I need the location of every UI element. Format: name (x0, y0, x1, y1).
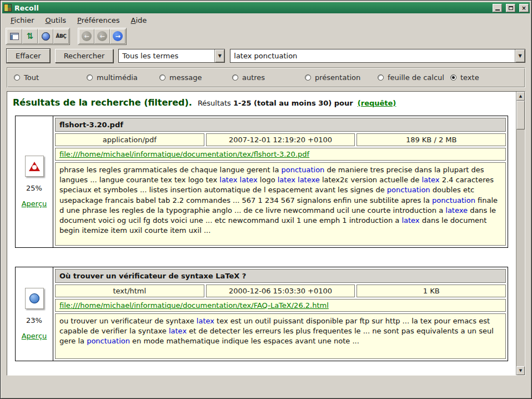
menu-preferences[interactable]: Préférences (72, 15, 124, 26)
results-header: Résultats de la recherche (filtered). Ré… (12, 94, 511, 109)
next-page-toolbutton[interactable]: → (110, 29, 126, 44)
results-summary: Résultats 1-25 (total au moins 30) pour … (198, 99, 396, 107)
result-details: Où trouver un vérificateur de syntaxe La… (53, 267, 508, 361)
relevance-percent: 23% (26, 316, 42, 325)
results-heading: Résultats de la recherche (filtered). (13, 97, 192, 108)
filter-label: multimédia (97, 73, 138, 82)
preview-link[interactable]: Aperçu (22, 332, 47, 340)
filter-tout[interactable]: Tout (14, 73, 87, 82)
pdf-document-icon (25, 156, 44, 177)
result-url-row: file:///home/michael/informatique/docume… (55, 299, 506, 312)
result-title: flshort-3.20.pdf (55, 118, 506, 132)
chevron-down-icon[interactable]: ▼ (214, 49, 224, 62)
result-snippet: ou trouver un verificateur de syntaxe la… (55, 313, 506, 359)
summary-prefix: Résultats (198, 99, 231, 107)
toolbar: ⇅ ÂBÇ ← ← → (2, 27, 530, 46)
close-icon: × (521, 5, 526, 11)
filter-label: autres (242, 73, 265, 82)
result-mime: application/pdf (55, 133, 204, 146)
filter-feuille-de-calcul[interactable]: feuille de calcul (378, 73, 450, 82)
recoll-window: Recoll × Fichier Outils Préférences Aide… (0, 0, 532, 399)
menu-outils[interactable]: Outils (41, 15, 72, 26)
clear-button[interactable]: Effacer (7, 49, 50, 63)
search-input[interactable] (230, 49, 515, 62)
chevron-down-icon[interactable]: ▼ (515, 49, 525, 62)
minimize-icon (495, 9, 500, 11)
filter-presentation[interactable]: présentation (305, 73, 378, 82)
filter-label: présentation (315, 73, 360, 82)
maximize-button[interactable] (506, 4, 515, 12)
result-size: 189 KB / 2 MB (357, 133, 506, 146)
scrollbar-track[interactable] (516, 129, 525, 366)
result-meta-row: application/pdf 2007-12-01 12:19:20 +010… (55, 133, 506, 146)
result-card: 25% Aperçu flshort-3.20.pdf application/… (15, 116, 508, 248)
result-size: 1 KB (357, 285, 506, 297)
scroll-up-button[interactable]: ▲ (516, 92, 525, 101)
radio-icon[interactable] (232, 74, 238, 81)
relevance-percent: 25% (26, 184, 42, 192)
prev-page-toolbutton[interactable]: ← (94, 29, 110, 44)
search-button[interactable]: Rechercher (55, 49, 114, 63)
filter-message[interactable]: message (159, 73, 232, 82)
erase-table-icon (10, 33, 19, 40)
scrollbar-thumb[interactable] (516, 101, 525, 129)
result-date: 2000-12-06 15:03:30 +0100 (206, 285, 355, 297)
result-date: 2007-12-01 12:19:20 +0100 (206, 133, 355, 146)
left-arrow-circle-icon: ← (82, 31, 92, 41)
result-url-row: file:///home/michael/informatique/docume… (55, 148, 506, 161)
category-filter-frame: Tout multimédia message autres présentat… (7, 67, 525, 88)
search-mode-select[interactable]: Tous les termes ▼ (118, 49, 225, 63)
down-arrow-icon: ▼ (519, 368, 522, 373)
recoll-app-icon (4, 4, 12, 12)
filter-autres[interactable]: autres (232, 73, 305, 82)
result-side-panel: 25% Aperçu (16, 116, 53, 247)
results-list: Résultats de la recherche (filtered). Ré… (7, 92, 516, 375)
radio-icon[interactable] (378, 74, 384, 81)
results-pane: Résultats de la recherche (filtered). Ré… (7, 91, 525, 376)
filter-multimedia[interactable]: multimédia (87, 73, 159, 82)
menubar: Fichier Outils Préférences Aide (2, 13, 530, 27)
query-link[interactable]: (requête) (358, 99, 397, 107)
result-title: Où trouver un vérificateur de syntaxe La… (55, 269, 506, 283)
search-toolbutton[interactable] (38, 29, 53, 44)
filter-label: Tout (24, 73, 39, 82)
update-index-toolbutton[interactable]: ⇅ (22, 29, 38, 44)
preview-link[interactable]: Aperçu (22, 200, 47, 208)
menu-fichier[interactable]: Fichier (6, 15, 39, 26)
result-details: flshort-3.20.pdf application/pdf 2007-12… (53, 116, 508, 247)
search-mode-value: Tous les termes (119, 52, 214, 60)
blue-globe-icon (42, 32, 50, 41)
result-url-link[interactable]: file:///home/michael/informatique/docume… (59, 150, 309, 158)
radio-selected-icon[interactable] (450, 74, 456, 81)
left-arrow-circle-icon: ← (97, 31, 107, 41)
radio-icon[interactable] (305, 74, 311, 81)
window-title: Recoll (14, 4, 489, 12)
results-scrollbar[interactable]: ▲ ▼ (516, 92, 525, 375)
term-explorer-toolbutton[interactable]: ÂBÇ (53, 29, 69, 44)
globe-icon (29, 293, 39, 303)
radio-icon[interactable] (14, 74, 20, 81)
scroll-down-button[interactable]: ▼ (516, 366, 525, 375)
acrobat-logo-icon (29, 162, 40, 171)
filter-texte[interactable]: texte (450, 73, 479, 82)
radio-icon[interactable] (159, 74, 165, 81)
result-url-link[interactable]: file:///home/michael/informatique/docume… (59, 301, 329, 310)
clear-search-toolbutton[interactable] (7, 29, 22, 44)
right-arrow-circle-icon: → (113, 31, 123, 41)
radio-icon[interactable] (87, 74, 93, 81)
close-button[interactable]: × (519, 4, 529, 12)
maximize-icon (509, 6, 513, 10)
result-card: 23% Aperçu Où trouver un vérificateur de… (15, 267, 508, 361)
status-area (2, 376, 530, 397)
toolbar-group-navigation: ← ← → (78, 28, 127, 45)
toolbar-group-main: ⇅ ÂBÇ (6, 28, 70, 45)
filter-label: message (169, 73, 202, 82)
menu-aide[interactable]: Aide (126, 15, 152, 26)
titlebar[interactable]: Recoll × (2, 2, 530, 13)
filter-label: texte (460, 73, 479, 82)
summary-count: 1-25 (total au moins 30) pour (233, 99, 353, 107)
result-mime: text/html (55, 285, 204, 297)
first-page-toolbutton[interactable]: ← (79, 29, 94, 44)
up-down-arrows-icon: ⇅ (27, 32, 34, 41)
minimize-button[interactable] (493, 4, 502, 12)
